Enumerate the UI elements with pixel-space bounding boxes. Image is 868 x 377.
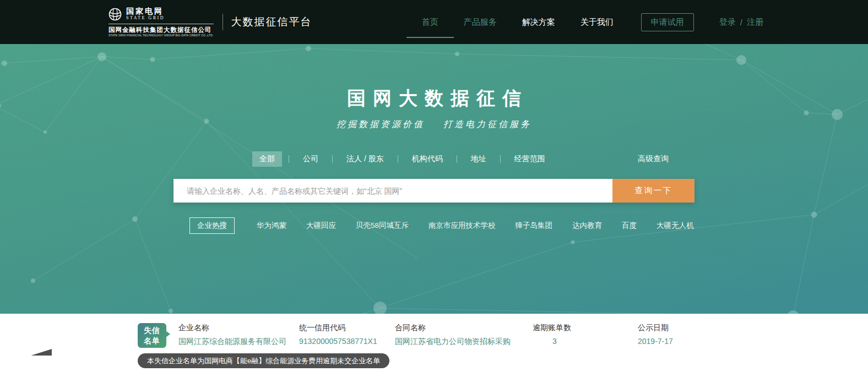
badge-line2: 名单 — [144, 336, 160, 346]
hero-subtitle-right: 打造电力征信服务 — [443, 119, 531, 130]
auth-links: 登录 / 注册 — [719, 17, 763, 28]
brand-text-group: 国家电网 STATE GRID — [126, 7, 165, 21]
hero-subtitle: 挖掘数据资源价值 打造电力征信服务 — [173, 119, 695, 130]
search-button[interactable]: 查询一下 — [612, 179, 695, 203]
hot-tag[interactable]: 南京市应用技术学校 — [428, 221, 496, 231]
search-tabs: 全部 公司 法人 / 股东 机构代码 地址 经营范围 高级查询 — [173, 151, 695, 167]
column-overdue-bills: 逾期账单数 3 — [533, 323, 577, 346]
hot-tag[interactable]: 达内教育 — [572, 221, 602, 231]
brand-company-name: 国网金融科技集团大数据征信公司 — [109, 26, 214, 34]
search-tab-business-scope[interactable]: 经营范围 — [507, 151, 552, 167]
search-tab-address[interactable]: 地址 — [464, 151, 493, 167]
search-tab-company[interactable]: 公司 — [296, 151, 326, 167]
column-header: 企业名称 — [178, 323, 286, 332]
brand-top-row: 国家电网 STATE GRID — [109, 7, 214, 24]
login-link[interactable]: 登录 — [719, 17, 736, 28]
hero-subtitle-left: 挖掘数据资源价值 — [337, 119, 425, 130]
column-header: 逾期账单数 — [533, 323, 577, 332]
blacklist-badge: 失信 名单 — [138, 323, 166, 348]
search-tab-org-code[interactable]: 机构代码 — [405, 151, 450, 167]
hot-tag[interactable]: 大疆无人机 — [657, 221, 694, 231]
hero-title: 国网大数据征信 — [173, 86, 695, 110]
badge-line1: 失信 — [144, 325, 160, 336]
column-publish-date: 公示日期 2019-7-17 — [638, 323, 673, 346]
tab-divider — [289, 155, 289, 163]
tooltip-pointer — [29, 349, 52, 356]
column-value[interactable]: 国网江苏综合能源服务有限公司 — [178, 337, 286, 346]
column-header: 合同名称 — [395, 323, 511, 332]
column-header: 统一信用代码 — [299, 323, 377, 332]
column-value: 国网江苏省电力公司物资招标采购 — [395, 337, 511, 346]
brand-name-cn: 国家电网 — [126, 7, 165, 15]
nav-item-home[interactable]: 首页 — [422, 17, 438, 28]
register-link[interactable]: 注册 — [747, 17, 763, 28]
nav-item-solutions[interactable]: 解决方案 — [522, 17, 555, 28]
brand-company-name-en: STATE GRID FINANCIAL TECHNOLOGY GROUP BI… — [109, 34, 214, 37]
advanced-search-link[interactable]: 高级查询 — [638, 154, 669, 164]
search-bar: 查询一下 — [173, 179, 695, 203]
hero-section: 国网大数据征信 挖掘数据资源价值 打造电力征信服务 全部 公司 法人 / 股东 … — [0, 44, 868, 314]
hot-tag[interactable]: 大疆回应 — [306, 221, 336, 231]
header-vertical-divider — [223, 14, 223, 30]
hot-tag[interactable]: 贝壳58同城互斥 — [356, 221, 409, 231]
column-value: 3 — [533, 337, 577, 346]
auth-separator: / — [740, 18, 742, 27]
tab-divider — [332, 155, 333, 163]
tab-divider — [398, 155, 398, 163]
hero-content: 国网大数据征信 挖掘数据资源价值 打造电力征信服务 全部 公司 法人 / 股东 … — [173, 44, 695, 234]
column-value: 9132000057538771X1 — [299, 337, 377, 346]
hot-tag[interactable]: 百度 — [622, 221, 637, 231]
main-nav: 首页 产品服务 解决方案 关于我们 申请试用 登录 / 注册 — [422, 13, 763, 31]
search-input[interactable] — [173, 179, 612, 203]
column-contract-name: 合同名称 国网江苏省电力公司物资招标采购 — [395, 323, 511, 346]
apply-trial-button[interactable]: 申请试用 — [641, 13, 694, 31]
brand-logo: 国家电网 STATE GRID 国网金融科技集团大数据征信公司 STATE GR… — [109, 7, 214, 37]
blacklist-strip: 失信 名单 企业名称 国网江苏综合能源服务有限公司 统一信用代码 9132000… — [0, 314, 868, 377]
platform-title: 大数据征信平台 — [231, 15, 312, 29]
hot-search-label: 企业热搜 — [189, 217, 235, 234]
column-value: 2019-7-17 — [638, 337, 673, 346]
tab-divider — [457, 155, 457, 163]
search-tab-all[interactable]: 全部 — [252, 151, 282, 167]
top-header: 国家电网 STATE GRID 国网金融科技集团大数据征信公司 STATE GR… — [0, 0, 868, 44]
column-credit-code: 统一信用代码 9132000057538771X1 — [299, 323, 377, 346]
nav-item-products[interactable]: 产品服务 — [464, 17, 497, 28]
column-company-name: 企业名称 国网江苏综合能源服务有限公司 — [178, 323, 286, 346]
search-tab-legal-person[interactable]: 法人 / 股东 — [339, 151, 391, 167]
state-grid-emblem-icon — [109, 8, 122, 21]
tab-divider — [500, 155, 501, 163]
brand-name-en: STATE GRID — [126, 15, 165, 21]
hot-tag[interactable]: 獐子岛集团 — [516, 221, 553, 231]
hot-tag[interactable]: 华为鸿蒙 — [257, 221, 286, 231]
hot-search-row: 企业热搜 华为鸿蒙 大疆回应 贝壳58同城互斥 南京市应用技术学校 獐子岛集团 … — [173, 217, 695, 234]
column-header: 公示日期 — [638, 323, 673, 332]
blacklist-tooltip: 本失信企业名单为国网电商【能e融】综合能源业务费用逾期未交企业名单 — [138, 353, 389, 368]
nav-item-about[interactable]: 关于我们 — [581, 17, 614, 28]
badge-pointer — [166, 331, 170, 337]
